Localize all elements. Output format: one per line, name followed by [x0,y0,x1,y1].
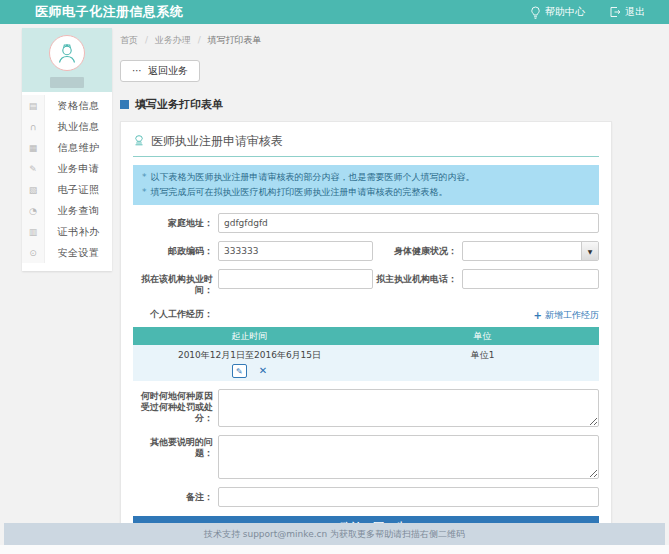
table-header-row: 起止时间 单位 [133,327,599,345]
logout-button[interactable]: 退出 [609,5,645,19]
home-address-row: 家庭地址： [133,213,599,233]
form-title-row: 医师执业注册申请审核表 [133,130,599,157]
asterisk-marker: * [142,172,147,182]
footer-bar: 技术支持 support@minke.cn 为获取更多帮助请扫描右侧二维码 [4,523,665,545]
other-issues-row: 其他要说明的问题： [133,435,599,479]
experience-period: 2010年12月1日至2016年6月15日 [133,349,366,362]
remark-input[interactable] [218,487,599,507]
sidebar-item-info-maintenance[interactable]: ▦ 信息维护 [22,137,112,158]
sidebar-item-business-application[interactable]: ✎ 业务申请 [22,158,112,179]
form-title: 医师执业注册申请审核表 [151,133,283,150]
help-center-button[interactable]: 帮助中心 [530,5,585,19]
edit-icon[interactable]: ✎ [232,364,247,378]
sidebar-menu: ▤ 资格信息 ∩ 执业信息 ▦ 信息维护 ✎ 业务申请 ▧ 电子证照 ◔ 业务查… [22,92,112,271]
sidebar-item-e-certificate[interactable]: ▧ 电子证照 [22,179,112,200]
qualification-doc-icon: ▤ [22,95,45,116]
column-header-unit: 单位 [366,327,599,345]
org-phone-input[interactable] [462,269,599,289]
postal-health-row: 邮政编码： 身体健康状况： ▼ [133,241,599,261]
practice-time-input[interactable] [218,269,373,289]
experience-unit: 单位1 [366,345,599,381]
chevron-down-icon: ▼ [581,242,598,260]
practice-headset-icon: ∩ [22,116,45,137]
sidebar-item-qualification-info[interactable]: ▤ 资格信息 [22,95,112,116]
form-card: 医师执业注册申请审核表 *以下表格为医师执业注册申请审核表的部分内容，也是需要医… [120,121,612,548]
home-address-input[interactable] [218,213,599,233]
stamp-icon [133,134,145,149]
apply-form-icon: ✎ [22,158,45,179]
home-address-label: 家庭地址： [133,213,213,229]
delete-icon[interactable]: ✕ [259,366,267,376]
doctor-avatar [49,35,85,71]
asterisk-marker: * [142,187,147,197]
e-certificate-icon: ▧ [22,179,45,200]
sidebar: ▤ 资格信息 ∩ 执业信息 ▦ 信息维护 ✎ 业务申请 ▧ 电子证照 ◔ 业务查… [22,28,112,271]
user-name-redacted [50,77,84,88]
add-work-experience-link[interactable]: + 新增工作经历 [534,306,599,322]
table-row: 2010年12月1日至2016年6月15日 ✎ ✕ 单位1 [133,345,599,381]
footer-support-text: 技术支持 support@minke.cn 为获取更多帮助请扫描右侧二维码 [204,528,465,541]
breadcrumb-current: 填写打印表单 [208,35,262,45]
logout-label: 退出 [625,5,645,19]
id-card-icon: ▦ [22,137,45,158]
notice-line: *以下表格为医师执业注册申请审核表的部分内容，也是需要医师个人填写的内容。 [142,170,590,185]
other-issues-label: 其他要说明的问题： [133,435,213,459]
postal-code-label: 邮政编码： [133,241,213,257]
work-experience-row: 个人工作经历： + 新增工作经历 [133,306,599,322]
practice-time-label: 拟在该机构执业时间： [133,269,213,296]
breadcrumb-business[interactable]: 业务办理 [155,35,191,45]
top-header-bar: 医师电子化注册信息系统 帮助中心 退出 [0,0,669,24]
remark-label: 备注： [133,487,213,503]
health-status-select[interactable]: ▼ [462,241,599,261]
query-icon: ◔ [22,200,45,221]
security-icon: ⊙ [22,242,45,263]
blue-square-bullet-icon [120,100,129,109]
work-experience-table: 起止时间 单位 2010年12月1日至2016年6月15日 ✎ ✕ 单位1 [133,327,599,381]
postal-code-input[interactable] [218,241,373,261]
user-profile-panel [22,28,112,92]
logout-icon [609,6,621,18]
other-issues-textarea[interactable] [218,435,599,479]
row-actions: ✎ ✕ [133,364,366,378]
doctor-avatar-icon [55,41,79,65]
sidebar-item-security-settings[interactable]: ⊙ 安全设置 [22,242,112,263]
lightbulb-help-icon [530,6,541,19]
breadcrumb: 首页 / 业务办理 / 填写打印表单 [120,34,612,47]
certificate-reissue-icon: ▥ [22,221,45,242]
org-phone-label: 拟主执业机构电话： [373,269,457,285]
info-notice-box: *以下表格为医师执业注册申请审核表的部分内容，也是需要医师个人填写的内容。 *填… [133,165,599,205]
punishment-textarea[interactable] [218,389,599,427]
column-header-period: 起止时间 [133,327,366,345]
ellipsis-icon: ⋯ [132,66,142,76]
bottom-strip [0,545,669,554]
page-section-title: 填写业务打印表单 [120,97,612,112]
plus-icon: + [534,310,542,321]
sidebar-item-practice-info[interactable]: ∩ 执业信息 [22,116,112,137]
help-center-label: 帮助中心 [545,5,585,19]
breadcrumb-separator: / [198,35,201,45]
main-content: 首页 / 业务办理 / 填写打印表单 ⋯ 返回业务 填写业务打印表单 医师执业注… [120,28,612,548]
notice-line: *填写完成后可在拟执业医疗机构打印医师执业注册申请审核表的完整表格。 [142,185,590,200]
health-status-label: 身体健康状况： [373,241,457,257]
work-experience-label: 个人工作经历： [133,306,213,320]
practice-time-phone-row: 拟在该机构执业时间： 拟主执业机构电话： [133,269,599,296]
punishment-row: 何时何地何种原因受过何种处罚或处分： [133,389,599,427]
return-business-button[interactable]: ⋯ 返回业务 [120,60,200,82]
punishment-label: 何时何地何种原因受过何种处罚或处分： [133,389,213,424]
remark-row: 备注： [133,487,599,507]
sidebar-item-business-query[interactable]: ◔ 业务查询 [22,200,112,221]
breadcrumb-home[interactable]: 首页 [120,35,138,45]
app-title: 医师电子化注册信息系统 [35,3,184,21]
sidebar-item-certificate-reissue[interactable]: ▥ 证书补办 [22,221,112,242]
breadcrumb-separator: / [145,35,148,45]
